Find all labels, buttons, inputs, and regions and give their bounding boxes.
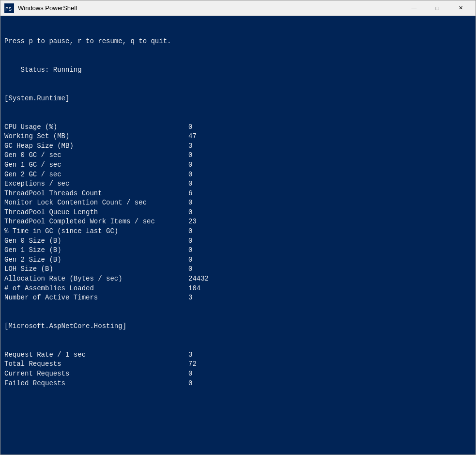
metric-row: Request Rate / 1 sec3 <box>4 350 472 360</box>
section2-header: [Microsoft.AspNetCore.Hosting] <box>4 322 472 331</box>
metric-row: Monitor Lock Contention Count / sec0 <box>4 198 472 208</box>
metric-row: GC Heap Size (MB)3 <box>4 141 472 151</box>
window-controls: — □ ✕ <box>403 1 472 16</box>
metric-label: Gen 2 GC / sec <box>4 170 188 180</box>
metric-row: # of Assemblies Loaded104 <box>4 284 472 294</box>
metric-row: Number of Active Timers3 <box>4 293 472 303</box>
metric-value: 47 <box>188 132 197 141</box>
metric-label: CPU Usage (%) <box>4 123 188 132</box>
close-button[interactable]: ✕ <box>449 1 472 16</box>
metric-label: ThreadPool Completed Work Items / sec <box>4 217 188 227</box>
console-output: Press p to pause, r to resume, q to quit… <box>0 16 476 455</box>
metric-row: % Time in GC (since last GC)0 <box>4 227 472 236</box>
metric-row: Gen 0 Size (B)0 <box>4 236 472 246</box>
metric-value: 3 <box>188 141 192 151</box>
metric-value: 0 <box>188 170 192 180</box>
window-title: Windows PowerShell <box>18 4 77 12</box>
section2-block: [Microsoft.AspNetCore.Hosting] <box>4 303 472 350</box>
metric-row: Gen 1 GC / sec0 <box>4 160 472 170</box>
metric-value: 24432 <box>188 274 209 284</box>
title-bar: PS Windows PowerShell — □ ✕ <box>0 0 476 16</box>
metric-value: 0 <box>188 379 192 389</box>
metric-label: Gen 0 Size (B) <box>4 236 188 246</box>
runtime-metrics: CPU Usage (%)0 Working Set (MB)47 GC Hea… <box>4 123 472 303</box>
metric-label: % Time in GC (since last GC) <box>4 227 188 236</box>
section1-header: [System.Runtime] <box>4 94 472 104</box>
metric-label: Request Rate / 1 sec <box>4 350 188 360</box>
status-label: Status: <box>21 66 49 74</box>
metric-value: 0 <box>188 369 192 379</box>
metric-value: 0 <box>188 198 192 208</box>
metric-label: Gen 1 Size (B) <box>4 246 188 255</box>
instruction-line: Press p to pause, r to resume, q to quit… <box>4 37 472 47</box>
metric-row: Exceptions / sec0 <box>4 179 472 189</box>
minimize-button[interactable]: — <box>403 1 425 16</box>
metric-value: 0 <box>188 227 192 236</box>
metric-value: 3 <box>188 293 192 303</box>
metric-value: 6 <box>188 189 192 199</box>
metric-label: Total Requests <box>4 360 188 369</box>
metric-row: Allocation Rate (Bytes / sec)24432 <box>4 274 472 284</box>
metric-value: 0 <box>188 179 192 189</box>
metric-value: 0 <box>188 208 192 218</box>
metric-row: Total Requests72 <box>4 360 472 369</box>
metric-label: Monitor Lock Contention Count / sec <box>4 198 188 208</box>
metric-value: 0 <box>188 236 192 246</box>
powershell-window: PS Windows PowerShell — □ ✕ Press p to p… <box>0 0 476 455</box>
aspnet-metrics: Request Rate / 1 sec3 Total Requests72 C… <box>4 350 472 388</box>
metric-label: ThreadPool Queue Length <box>4 208 188 218</box>
title-bar-left: PS Windows PowerShell <box>4 3 77 13</box>
metric-value: 0 <box>188 265 192 274</box>
metric-label: ThreadPool Threads Count <box>4 189 188 199</box>
metric-row: Working Set (MB)47 <box>4 132 472 141</box>
metric-value: 23 <box>188 217 197 227</box>
metric-label: LOH Size (B) <box>4 265 188 274</box>
metric-row: Gen 1 Size (B)0 <box>4 246 472 255</box>
metric-label: # of Assemblies Loaded <box>4 284 188 294</box>
metric-label: Failed Requests <box>4 379 188 389</box>
console-text: Press p to pause, r to resume, q to quit… <box>4 18 472 123</box>
metric-row: Gen 2 Size (B)0 <box>4 255 472 265</box>
metric-label: GC Heap Size (MB) <box>4 141 188 151</box>
metric-value: 0 <box>188 123 192 132</box>
metric-row: ThreadPool Queue Length0 <box>4 208 472 218</box>
metric-label: Gen 2 Size (B) <box>4 255 188 265</box>
metric-row: LOH Size (B)0 <box>4 265 472 274</box>
metric-row: ThreadPool Threads Count6 <box>4 189 472 199</box>
metric-row: Gen 0 GC / sec0 <box>4 151 472 160</box>
metric-value: 0 <box>188 255 192 265</box>
metric-label: Working Set (MB) <box>4 132 188 141</box>
metric-label: Exceptions / sec <box>4 179 188 189</box>
metric-value: 72 <box>188 360 197 369</box>
status-line: Status: Running <box>4 65 472 75</box>
maximize-button[interactable]: □ <box>426 1 448 16</box>
svg-text:PS: PS <box>5 6 12 12</box>
metric-label: Allocation Rate (Bytes / sec) <box>4 274 188 284</box>
metric-label: Number of Active Timers <box>4 293 188 303</box>
metric-label: Current Requests <box>4 369 188 379</box>
metric-label: Gen 1 GC / sec <box>4 160 188 170</box>
metric-value: 104 <box>188 284 200 294</box>
status-value: Running <box>53 66 82 74</box>
powershell-icon: PS <box>4 3 14 13</box>
metric-value: 3 <box>188 350 192 360</box>
metric-row: CPU Usage (%)0 <box>4 123 472 132</box>
metric-value: 0 <box>188 151 192 160</box>
metric-value: 0 <box>188 246 192 255</box>
metric-row: Current Requests0 <box>4 369 472 379</box>
metric-row: ThreadPool Completed Work Items / sec23 <box>4 217 472 227</box>
metric-row: Gen 2 GC / sec0 <box>4 170 472 180</box>
metric-label: Gen 0 GC / sec <box>4 151 188 160</box>
metric-value: 0 <box>188 160 192 170</box>
metric-row: Failed Requests0 <box>4 379 472 389</box>
